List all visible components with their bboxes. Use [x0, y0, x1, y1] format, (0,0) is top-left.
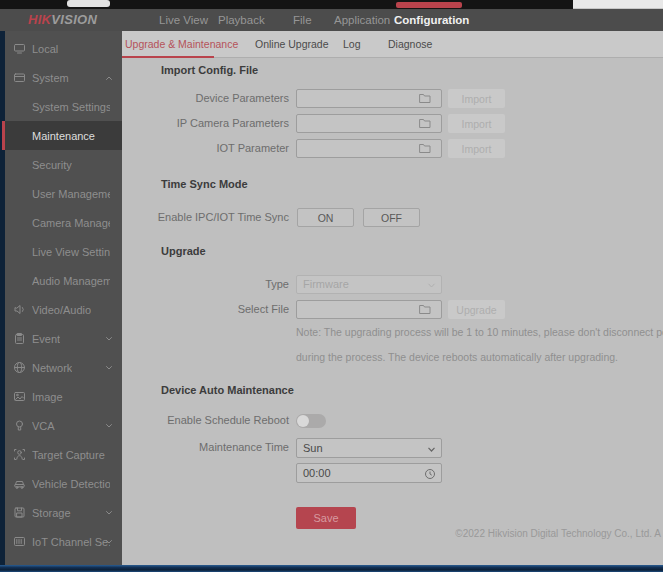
time-sync-off-button[interactable]: OFF — [363, 208, 420, 227]
chevron-down-icon — [105, 538, 113, 546]
import-iot-button[interactable]: Import — [448, 139, 505, 158]
top-bar — [0, 9, 663, 31]
tab-online-upgrade[interactable]: Online Upgrade — [255, 31, 329, 57]
browser-chrome-strip-right — [573, 0, 663, 9]
sidebar-item-audio-management[interactable]: Audio Management — [5, 266, 122, 295]
clock-icon — [424, 468, 436, 480]
sidebar-item-camera-management[interactable]: Camera Management — [5, 208, 122, 237]
sidebar-item-label: IoT Channel Se... — [32, 536, 110, 548]
nav-application[interactable]: Application — [334, 9, 390, 31]
maintenance-time-label: Maintenance Time — [129, 438, 289, 457]
enable-schedule-reboot-label: Enable Schedule Reboot — [129, 411, 289, 430]
active-menu-red-indicator — [396, 2, 462, 8]
chevron-down-icon — [105, 422, 113, 430]
image-icon — [13, 390, 26, 403]
browser-tab-fragment — [67, 0, 110, 7]
sidebar-item-label: Vehicle Detection — [32, 478, 110, 490]
system-icon — [13, 71, 26, 84]
sidebar-item-vehicle-detection[interactable]: Vehicle Detection — [5, 469, 122, 498]
device-parameters-label: Device Parameters — [129, 89, 289, 108]
folder-icon[interactable] — [419, 93, 431, 104]
tab-upgrade-maintenance[interactable]: Upgrade & Maintenance — [125, 31, 238, 57]
sidebar-item-live-view-settings[interactable]: Live View Settings — [5, 237, 122, 266]
sidebar-item-label: Maintenance — [32, 130, 95, 142]
sidebar-item-security[interactable]: Security — [5, 150, 122, 179]
nav-file[interactable]: File — [293, 9, 312, 31]
upgrade-type-value: Firmware — [303, 278, 349, 290]
tab-diagnose[interactable]: Diagnose — [388, 31, 432, 57]
person-capture-icon — [13, 448, 26, 461]
time-sync-on-button[interactable]: ON — [297, 208, 354, 227]
chevron-down-icon — [427, 446, 436, 453]
section-title-import-config: Import Config. File — [161, 64, 258, 76]
nav-playback[interactable]: Playback — [218, 9, 265, 31]
sidebar-item-iot-channel[interactable]: IoT Channel Se... — [5, 527, 122, 556]
import-ip-camera-button[interactable]: Import — [448, 114, 505, 133]
nav-live-view[interactable]: Live View — [159, 9, 208, 31]
sidebar-item-label: User Management — [32, 188, 110, 200]
globe-icon — [13, 361, 26, 374]
maintenance-day-select[interactable]: Sun — [296, 438, 442, 458]
sidebar-item-system[interactable]: System — [5, 63, 122, 92]
schedule-reboot-toggle[interactable] — [296, 414, 326, 428]
chevron-down-icon — [105, 335, 113, 343]
section-title-auto-maintenance: Device Auto Maintenance — [161, 384, 294, 396]
sidebar-item-vca[interactable]: VCA — [5, 411, 122, 440]
sidebar-item-label: Storage — [32, 507, 71, 519]
sidebar-item-label: Event — [32, 333, 60, 345]
sidebar-item-target-capture[interactable]: Target Capture — [5, 440, 122, 469]
bulb-icon — [13, 419, 26, 432]
section-title-upgrade: Upgrade — [161, 245, 206, 257]
sidebar-item-label: System — [32, 72, 69, 84]
chevron-up-icon — [105, 74, 113, 82]
sidebar-item-video-audio[interactable]: Video/Audio — [5, 295, 122, 324]
folder-icon[interactable] — [419, 143, 431, 154]
sidebar-item-label: Local — [32, 43, 58, 55]
hikvision-logo: HIKVISION — [28, 9, 97, 31]
window-bottom-edge — [0, 565, 663, 572]
sidebar-item-user-management[interactable]: User Management — [5, 179, 122, 208]
sidebar: Local System System Settings Maintenance… — [5, 31, 122, 565]
nav-configuration[interactable]: Configuration — [394, 9, 469, 31]
sidebar-item-system-settings[interactable]: System Settings — [5, 92, 122, 121]
select-file-label: Select File — [129, 300, 289, 319]
clipboard-icon — [13, 332, 26, 345]
upgrade-note-line2: during the process. The device reboots a… — [296, 351, 618, 363]
sidebar-item-event[interactable]: Event — [5, 324, 122, 353]
logo-vision: VISION — [51, 12, 97, 27]
sidebar-item-label: Video/Audio — [32, 304, 91, 316]
sidebar-item-image[interactable]: Image — [5, 382, 122, 411]
iot-parameter-label: IOT Parameter — [129, 139, 289, 158]
sidebar-item-label: Camera Management — [32, 217, 110, 229]
maintenance-time-input[interactable]: 00:00 — [296, 463, 442, 483]
import-device-button[interactable]: Import — [448, 89, 505, 108]
sidebar-item-label: System Settings — [32, 101, 110, 113]
ip-camera-parameters-label: IP Camera Parameters — [129, 114, 289, 133]
maintenance-day-value: Sun — [303, 442, 323, 454]
sidebar-item-network[interactable]: Network — [5, 353, 122, 382]
sidebar-item-label: VCA — [32, 420, 55, 432]
sidebar-item-label: Security — [32, 159, 72, 171]
chevron-down-icon — [105, 364, 113, 372]
sidebar-item-local[interactable]: Local — [5, 34, 122, 63]
copyright-footer: ©2022 Hikvision Digital Technology Co., … — [455, 528, 661, 539]
sidebar-item-maintenance[interactable]: Maintenance — [2, 121, 122, 150]
upgrade-type-select[interactable]: Firmware — [296, 275, 442, 294]
sidebar-item-label: Audio Management — [32, 275, 110, 287]
sidebar-item-storage[interactable]: Storage — [5, 498, 122, 527]
save-button[interactable]: Save — [296, 507, 356, 529]
chevron-down-icon — [105, 509, 113, 517]
folder-icon[interactable] — [419, 118, 431, 129]
maintenance-time-value: 00:00 — [303, 467, 331, 479]
iot-channel-icon — [13, 535, 26, 548]
folder-icon[interactable] — [419, 304, 431, 315]
tab-log[interactable]: Log — [343, 31, 361, 57]
sidebar-item-label: Network — [32, 362, 72, 374]
upgrade-note-line1: Note: The upgrading process will be 1 to… — [296, 326, 663, 338]
upgrade-type-label: Type — [129, 275, 289, 294]
section-title-time-sync: Time Sync Mode — [161, 178, 248, 190]
content-panel: Import Config. File Device Parameters Im… — [122, 58, 663, 565]
speaker-icon — [13, 303, 26, 316]
upgrade-button[interactable]: Upgrade — [448, 300, 505, 319]
sidebar-item-label: Live View Settings — [32, 246, 110, 258]
